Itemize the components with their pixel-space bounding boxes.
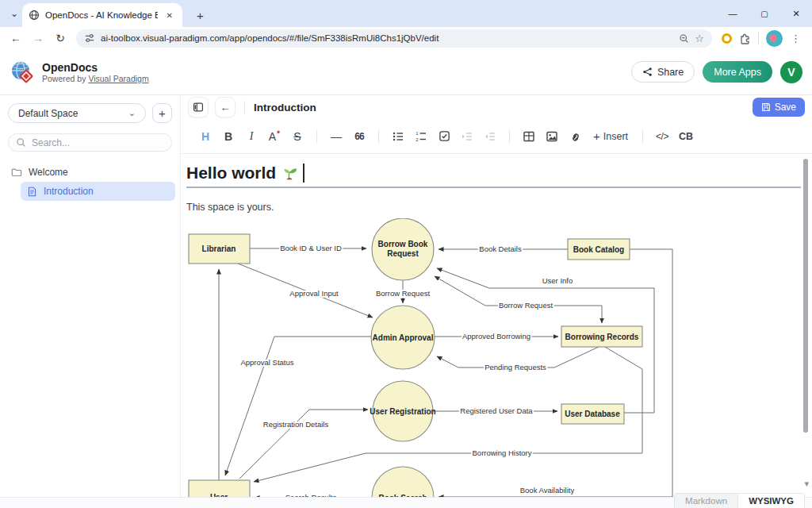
table-button[interactable] xyxy=(520,126,538,147)
editor-pane: ← Introduction Save H B I A• S — 66 12 xyxy=(181,95,812,497)
tab-search-icon[interactable]: ⌄ xyxy=(6,6,22,21)
edge-label-borrow-request-2: Borrow Request xyxy=(499,301,553,310)
zoom-out-icon[interactable] xyxy=(679,33,689,44)
visual-paradigm-link[interactable]: Visual Paradigm xyxy=(88,74,148,83)
bookmark-star-icon[interactable]: ☆ xyxy=(695,33,704,44)
dfd-diagram-image[interactable]: Librarian Borrow Book Request Book Catal… xyxy=(186,218,801,497)
add-space-button[interactable]: + xyxy=(152,103,172,123)
font-color-button[interactable]: A• xyxy=(266,126,283,147)
editor-content[interactable]: Hello world This space is yours. xyxy=(181,154,812,497)
folder-icon xyxy=(11,167,22,178)
browser-tab-strip: ⌄ OpenDocs - AI Knowledge Base ✕ + — ▢ ✕ xyxy=(0,0,812,27)
browser-menu-icon[interactable]: ⋮ xyxy=(786,33,806,44)
node-admin-approval-label: Admin Approval xyxy=(373,333,434,342)
chevron-down-icon: ⌄ xyxy=(128,108,136,118)
share-button[interactable]: Share xyxy=(631,61,695,83)
more-apps-button[interactable]: More Apps xyxy=(703,61,772,83)
search-input[interactable] xyxy=(32,137,151,148)
sidebar-item-introduction[interactable]: Introduction xyxy=(21,182,175,201)
markdown-mode-button[interactable]: Markdown xyxy=(675,494,737,508)
space-selector-value: Default Space xyxy=(18,108,78,119)
scroll-down-icon[interactable]: ▾ xyxy=(804,479,809,489)
editor-mode-switch: Markdown WYSIWYG xyxy=(674,493,805,508)
tab-close-icon[interactable]: ✕ xyxy=(163,10,176,21)
horizontal-rule-button[interactable]: — xyxy=(327,126,345,147)
red-dot-icon: • xyxy=(277,127,280,138)
reload-icon[interactable]: ↻ xyxy=(51,29,70,48)
node-user-database-label: User Database xyxy=(565,410,620,418)
paragraph-text: This space is yours. xyxy=(186,202,801,213)
indent-decrease-button[interactable] xyxy=(481,126,499,147)
site-settings-icon[interactable] xyxy=(84,33,95,44)
italic-button[interactable]: I xyxy=(243,126,260,147)
page-heading: Hello world xyxy=(186,164,276,183)
image-icon xyxy=(546,130,558,143)
save-button[interactable]: Save xyxy=(753,98,805,117)
numbered-list-button[interactable]: 12 xyxy=(412,126,430,147)
powered-prefix: Powered by xyxy=(42,74,88,83)
strikethrough-button[interactable]: S xyxy=(289,126,306,147)
window-minimize-button[interactable]: — xyxy=(717,0,749,27)
space-selector[interactable]: Default Space ⌄ xyxy=(8,103,146,123)
edge-label-book-availability: Book Availability xyxy=(520,486,575,495)
extension-badge-icon[interactable] xyxy=(722,33,732,44)
extensions-puzzle-icon[interactable] xyxy=(738,32,751,44)
numbered-list-icon: 12 xyxy=(415,130,427,143)
editor-scrollbar[interactable] xyxy=(803,159,808,433)
node-borrow-book-request-label: Borrow Book xyxy=(378,240,428,248)
edge-label-pending-requests: Pending Requests xyxy=(485,363,546,371)
tab-title: OpenDocs - AI Knowledge Base xyxy=(45,10,158,20)
link-button[interactable] xyxy=(566,126,584,147)
page-tree: Welcome Introduction xyxy=(0,163,180,201)
editor-header: ← Introduction Save xyxy=(181,95,812,119)
address-bar[interactable]: ai-toolbox.visual-paradigm.com/app/opend… xyxy=(76,29,712,48)
window-close-button[interactable]: ✕ xyxy=(780,0,812,27)
seedling-emoji xyxy=(281,164,298,182)
back-icon: ← xyxy=(220,102,231,114)
panel-collapse-icon xyxy=(193,102,204,113)
edge-label-approval-status: Approval Status xyxy=(240,358,293,367)
new-tab-button[interactable]: + xyxy=(190,9,210,22)
edge-label-borrowing-history: Borrowing History xyxy=(473,448,532,457)
edge-book-availability xyxy=(439,249,672,497)
sidebar-item-label: Welcome xyxy=(29,167,68,178)
code-block-button[interactable]: CB xyxy=(676,126,695,147)
back-button[interactable]: ← xyxy=(215,97,236,117)
edge-label-user-info: User Info xyxy=(542,276,573,285)
wysiwyg-mode-button[interactable]: WYSIWYG xyxy=(737,494,804,508)
bold-button[interactable]: B xyxy=(220,126,237,147)
browser-profile-avatar[interactable] xyxy=(766,30,783,47)
inline-code-button[interactable]: </> xyxy=(653,126,671,147)
checklist-button[interactable] xyxy=(435,126,453,147)
divider xyxy=(642,129,643,144)
sidebar-search[interactable] xyxy=(8,133,172,152)
user-avatar[interactable]: V xyxy=(780,61,802,83)
url-text[interactable]: ai-toolbox.visual-paradigm.com/app/opend… xyxy=(101,33,673,43)
edge-label-borrow-request-1: Borrow Request xyxy=(376,289,430,298)
node-borrow-book-request-label2: Request xyxy=(387,249,419,258)
edge-borrow-request-to-process xyxy=(435,276,485,306)
forward-icon[interactable]: → xyxy=(29,29,48,48)
app-name: OpenDocs xyxy=(42,61,149,74)
powered-by: Powered by Visual Paradigm xyxy=(42,74,149,83)
heading-button[interactable]: H xyxy=(197,126,214,147)
font-color-letter: A xyxy=(269,130,276,143)
document-title: Introduction xyxy=(254,102,316,114)
divider xyxy=(244,101,245,114)
back-icon[interactable]: ← xyxy=(6,29,25,48)
share-label: Share xyxy=(657,67,684,78)
edge-label-approval-input: Approval Input xyxy=(289,289,339,298)
browser-tab[interactable]: OpenDocs - AI Knowledge Base ✕ xyxy=(22,3,182,27)
window-maximize-button[interactable]: ▢ xyxy=(749,0,780,27)
image-button[interactable] xyxy=(543,126,561,147)
collapse-sidebar-button[interactable] xyxy=(188,97,209,117)
table-icon xyxy=(523,130,535,143)
indent-increase-button[interactable] xyxy=(458,126,476,147)
bullet-list-button[interactable] xyxy=(389,126,407,147)
format-toolbar: H B I A• S — 66 12 xyxy=(181,119,812,154)
app-header: OpenDocs Powered by Visual Paradigm Shar… xyxy=(0,49,812,95)
sidebar-item-welcome[interactable]: Welcome xyxy=(5,163,175,182)
node-book-search xyxy=(372,467,434,497)
blockquote-button[interactable]: 66 xyxy=(350,126,368,147)
insert-button[interactable]: +Insert xyxy=(589,126,632,147)
